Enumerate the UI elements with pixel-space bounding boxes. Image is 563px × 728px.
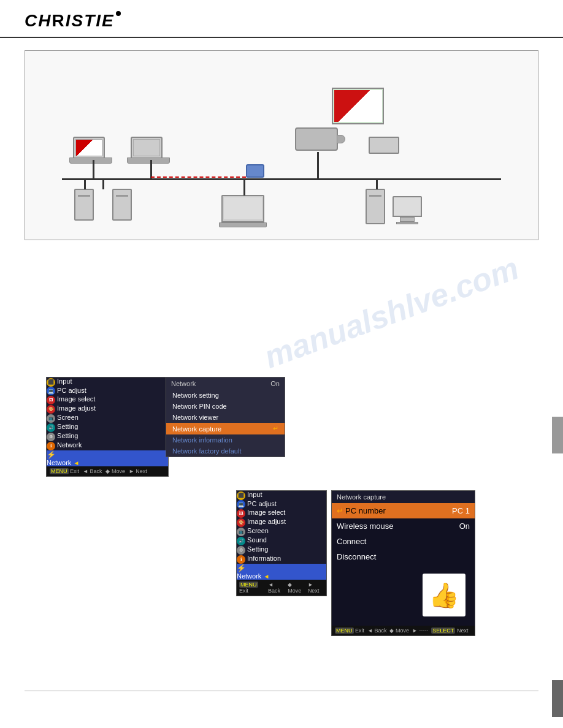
netcap-title: Network capture bbox=[331, 490, 475, 503]
pc-adjust-icon: 💻 bbox=[47, 387, 55, 395]
bottom-rule bbox=[25, 691, 538, 691]
network-line bbox=[62, 178, 501, 180]
sound-icon: 🔊 bbox=[47, 423, 55, 432]
tower-monitor-right bbox=[366, 189, 422, 224]
laptop-bottom bbox=[221, 195, 267, 227]
menu-item-sound[interactable]: 🔊 Setting bbox=[47, 423, 168, 432]
logo: CHRISTIE bbox=[25, 11, 121, 31]
menu-item-imageadjust[interactable]: 🎨 Image adjust bbox=[47, 404, 168, 414]
menu2-item-screen[interactable]: 📺 Screen bbox=[237, 527, 326, 536]
submenu-item-network-setting[interactable]: Network setting bbox=[166, 390, 285, 401]
setting-icon-2: ⚙ bbox=[237, 546, 245, 555]
menu-item-screen[interactable]: 📺 Screen bbox=[47, 414, 168, 423]
main-menu-panel: ⬛ Input 💻 PC adjust 🖼 Image select 🎨 Ima… bbox=[46, 377, 169, 477]
logo-dot bbox=[116, 11, 121, 16]
access-point bbox=[246, 164, 264, 178]
menu2-item-network[interactable]: ⚡ Network ◄ bbox=[237, 564, 326, 580]
vert-line-tower-right bbox=[376, 178, 378, 189]
thumb-icon: 👍 bbox=[423, 574, 465, 616]
menu-item-information[interactable]: ℹ Network bbox=[47, 441, 168, 450]
menu2-item-pcadjust[interactable]: 💻 PC adjust bbox=[237, 500, 326, 509]
right-tab-bottom bbox=[552, 680, 563, 717]
dashed-line-1 bbox=[151, 176, 246, 178]
monitor-right bbox=[393, 196, 422, 224]
submenu-item-network-viewer[interactable]: Network viewer bbox=[166, 412, 285, 423]
projector-display-group bbox=[295, 106, 338, 151]
image-select-icon: 🖼 bbox=[47, 396, 55, 404]
secondary-device bbox=[369, 137, 399, 154]
menu2-item-imageselect[interactable]: 🖼 Image select bbox=[237, 509, 326, 518]
tower-pc-1 bbox=[74, 189, 94, 221]
vert-line-1 bbox=[93, 160, 94, 180]
menu2-item-setting[interactable]: ⚙ Setting bbox=[237, 545, 326, 555]
netcap-content: ↵ PC number PC 1 Wireless mouse On Conne… bbox=[331, 503, 475, 636]
watermark: manualshlve.com bbox=[259, 249, 524, 376]
screenshot-left: ⬛ Input 💻 PC adjust 🖼 Image select 🎨 Ima… bbox=[46, 377, 169, 477]
menu-item-network[interactable]: ⚡ Network ◄ bbox=[47, 450, 168, 466]
laptop-icon bbox=[73, 137, 105, 159]
vert-line-tower1 bbox=[84, 178, 86, 189]
input-icon-2: ⬛ bbox=[237, 491, 245, 500]
menu2-item-imageadjust[interactable]: 🎨 Image adjust bbox=[237, 518, 326, 527]
submenu-item-network-capture[interactable]: Network capture ↵ bbox=[166, 423, 285, 434]
vert-line-tower2 bbox=[102, 178, 104, 189]
netcap-bottom-bar: MENU Exit ◄ Back ◆ Move ► ----- SELECT N… bbox=[332, 626, 475, 635]
screenshot-middle: ⬛ Input 💻 PC adjust 🖼 Image select 🎨 Ima… bbox=[236, 490, 327, 596]
network-icon: ⚡ bbox=[47, 450, 166, 459]
tower-pc-right bbox=[366, 189, 385, 224]
image-select-icon-2: 🖼 bbox=[237, 509, 245, 518]
network-icon-2: ⚡ bbox=[237, 564, 324, 572]
projection-screen bbox=[332, 88, 384, 124]
pc-adjust-icon-2: 💻 bbox=[237, 500, 245, 509]
screen-icon-2: 📺 bbox=[237, 528, 245, 536]
vert-line-laptop-bottom bbox=[243, 178, 245, 195]
netcap-row-pcnumber[interactable]: ↵ PC number PC 1 bbox=[332, 503, 475, 518]
netcap-panel: Network capture ↵ PC number PC 1 Wireles… bbox=[331, 490, 475, 636]
screen-icon: 📺 bbox=[47, 414, 55, 423]
sound-icon-2: 🔊 bbox=[237, 537, 245, 545]
netcap-row-wireless[interactable]: Wireless mouse On bbox=[332, 518, 475, 534]
laptop-1 bbox=[73, 137, 105, 159]
information-icon-2: ℹ bbox=[237, 555, 245, 564]
menu2-panel: ⬛ Input 💻 PC adjust 🖼 Image select 🎨 Ima… bbox=[236, 490, 327, 596]
pc-number-arrow: ↵ bbox=[337, 506, 343, 515]
netcap-row-disconnect[interactable]: Disconnect bbox=[332, 549, 475, 564]
menu2-bottom-bar: MENU Exit ◄ Back ◆ Move ► Next bbox=[237, 580, 326, 596]
network-diagram bbox=[25, 50, 538, 240]
setting-icon: ⚙ bbox=[47, 433, 55, 441]
input-icon: ⬛ bbox=[47, 378, 55, 387]
submenu-item-network-pin[interactable]: Network PIN code bbox=[166, 401, 285, 412]
submenu-header: Network On bbox=[166, 377, 285, 390]
laptop-2 bbox=[131, 137, 163, 159]
vert-line-proj bbox=[317, 152, 319, 179]
thumb-area: 👍 bbox=[332, 564, 475, 626]
menu-bottom-bar: MENU Exit ◄ Back ◆ Move ► Next bbox=[47, 466, 168, 476]
submenu-item-network-factory[interactable]: Network factory default bbox=[166, 446, 285, 457]
menu-item-input[interactable]: ⬛ Input bbox=[47, 377, 168, 387]
image-adjust-icon-2: 🎨 bbox=[237, 518, 245, 527]
information-icon: ℹ bbox=[47, 442, 55, 450]
pc-number-value: PC 1 bbox=[452, 506, 470, 515]
submenu-panel: Network On Network setting Network PIN c… bbox=[166, 377, 285, 457]
menu-item-setting[interactable]: ⚙ Setting bbox=[47, 432, 168, 441]
netcap-row-connect[interactable]: Connect bbox=[332, 534, 475, 549]
laptop-icon-2 bbox=[131, 137, 163, 159]
menu-item-pcadjust[interactable]: 💻 PC adjust bbox=[47, 387, 168, 396]
header: CHRISTIE bbox=[0, 0, 563, 38]
menu2-item-input[interactable]: ⬛ Input bbox=[237, 491, 326, 500]
menu2-item-information[interactable]: ℹ Information bbox=[237, 555, 326, 564]
right-tab-top bbox=[552, 417, 563, 453]
menu-item-imageselect[interactable]: 🖼 Image select bbox=[47, 395, 168, 404]
submenu-item-network-info[interactable]: Network information bbox=[166, 434, 285, 446]
image-adjust-icon: 🎨 bbox=[47, 405, 55, 414]
menu2-item-sound[interactable]: 🔊 Sound bbox=[237, 536, 326, 545]
tower-pc-2 bbox=[112, 189, 132, 221]
tower-group-left bbox=[74, 189, 132, 221]
projector-body bbox=[295, 127, 338, 151]
